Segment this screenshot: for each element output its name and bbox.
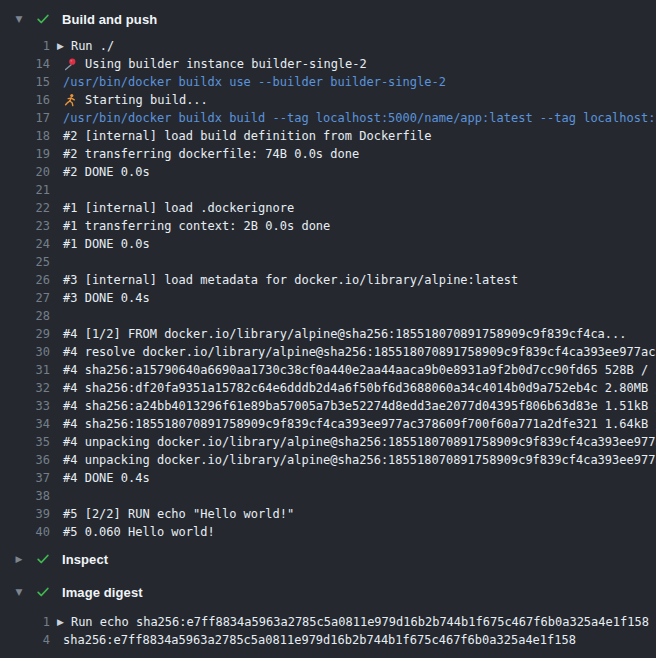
log-line: 25 [0, 253, 656, 271]
line-number[interactable]: 32 [0, 381, 50, 395]
line-number[interactable]: 31 [0, 363, 50, 377]
log-text: #4 sha256:df20fa9351a15782c64e6dddb2d4a6… [63, 381, 656, 395]
log-line: 18#2 [internal] load build definition fr… [0, 127, 656, 145]
line-number[interactable]: 33 [0, 399, 50, 413]
log-text: #4 [1/2] FROM docker.io/library/alpine@s… [63, 327, 627, 341]
line-number[interactable]: 21 [0, 183, 50, 197]
log-text-content: #4 sha256:df20fa9351a15782c64e6dddb2d4a6… [63, 381, 656, 395]
log-text: #5 0.060 Hello world! [63, 525, 215, 539]
log-group-toggle[interactable]: ▶Run ./ [63, 39, 114, 53]
line-number[interactable]: 17 [0, 111, 50, 125]
section-title: Build and push [62, 12, 157, 27]
log-section-image-digest: ▼Image digest1▶Run echo sha256:e7ff8834a… [0, 581, 656, 649]
log-text-content: #4 unpacking docker.io/library/alpine@sh… [63, 453, 656, 467]
line-number[interactable]: 28 [0, 309, 50, 323]
line-number[interactable]: 19 [0, 147, 50, 161]
log-text: #4 unpacking docker.io/library/alpine@sh… [63, 435, 656, 449]
line-number[interactable]: 24 [0, 237, 50, 251]
log-text-content: #4 sha256:a24bb4013296f61e89ba57005a7b3e… [63, 399, 656, 413]
line-number[interactable]: 29 [0, 327, 50, 341]
chevron-down-icon: ▼ [14, 588, 24, 597]
log-text: #4 DONE 0.4s [63, 471, 150, 485]
log-line: 34#4 sha256:185518070891758909c9f839cf4c… [0, 415, 656, 433]
log-text-content: Starting build... [85, 93, 208, 107]
line-number[interactable]: 22 [0, 201, 50, 215]
log-text: Starting build... [63, 93, 208, 107]
log-text: #2 [internal] load build definition from… [63, 129, 431, 143]
line-number[interactable]: 27 [0, 291, 50, 305]
log-line: 38 [0, 487, 656, 505]
line-number[interactable]: 25 [0, 255, 50, 269]
log-line: 36#4 unpacking docker.io/library/alpine@… [0, 451, 656, 469]
log-text-content: #5 0.060 Hello world! [63, 525, 215, 539]
log-line: 37#4 DONE 0.4s [0, 469, 656, 487]
log-line: 4sha256:e7ff8834a5963a2785c5a0811e979d16… [0, 631, 656, 649]
line-number[interactable]: 40 [0, 525, 50, 539]
line-number[interactable]: 1 [0, 39, 50, 53]
log-text-content: #5 [2/2] RUN echo "Hello world!" [63, 507, 294, 521]
chevron-right-icon: ▶ [57, 618, 64, 627]
log-line: 22#1 [internal] load .dockerignore [0, 199, 656, 217]
line-number[interactable]: 16 [0, 93, 50, 107]
log-line: 29#4 [1/2] FROM docker.io/library/alpine… [0, 325, 656, 343]
check-icon [36, 12, 50, 26]
line-number[interactable]: 4 [0, 633, 50, 647]
chevron-down-icon: ▼ [14, 15, 24, 24]
log-text: #4 resolve docker.io/library/alpine@sha2… [63, 345, 656, 359]
log-line: 24#1 DONE 0.0s [0, 235, 656, 253]
log-text-content: #4 unpacking docker.io/library/alpine@sh… [63, 435, 656, 449]
log-line: 23#1 transferring context: 2B 0.0s done [0, 217, 656, 235]
log-text: sha256:e7ff8834a5963a2785c5a0811e979d16b… [63, 633, 576, 647]
log-line: 15/usr/bin/docker buildx use --builder b… [0, 73, 656, 91]
log-line: 27#3 DONE 0.4s [0, 289, 656, 307]
line-number[interactable]: 35 [0, 435, 50, 449]
line-number[interactable]: 26 [0, 273, 50, 287]
log-line: 33#4 sha256:a24bb4013296f61e89ba57005a7b… [0, 397, 656, 415]
log-text: /usr/bin/docker buildx build --tag local… [63, 111, 656, 125]
log-section-inspect: ▶Inspect [0, 548, 656, 570]
line-number[interactable]: 20 [0, 165, 50, 179]
log-text-content: #1 [internal] load .dockerignore [63, 201, 294, 215]
log-text: #2 transferring dockerfile: 74B 0.0s don… [63, 147, 359, 161]
line-number[interactable]: 23 [0, 219, 50, 233]
log-text: Using builder instance builder-single-2 [63, 57, 367, 71]
log-text: #1 transferring context: 2B 0.0s done [63, 219, 330, 233]
log-line: 17/usr/bin/docker buildx build --tag loc… [0, 109, 656, 127]
log-line: 35#4 unpacking docker.io/library/alpine@… [0, 433, 656, 451]
line-number[interactable]: 15 [0, 75, 50, 89]
log-text: #4 sha256:a15790640a6690aa1730c38cf0a440… [63, 363, 656, 377]
log-text-content: Run ./ [71, 39, 114, 53]
pushpin-icon [63, 57, 77, 71]
section-title: Inspect [62, 552, 108, 567]
line-number[interactable]: 1 [0, 615, 50, 629]
line-number[interactable]: 39 [0, 507, 50, 521]
section-header-build-and-push[interactable]: ▼Build and push [0, 8, 656, 30]
line-number[interactable]: 14 [0, 57, 50, 71]
log-line: 40#5 0.060 Hello world! [0, 523, 656, 541]
log-text-content: #2 DONE 0.0s [63, 165, 150, 179]
log-line: 28 [0, 307, 656, 325]
log-line: 14Using builder instance builder-single-… [0, 55, 656, 73]
log-text: #1 [internal] load .dockerignore [63, 201, 294, 215]
line-number[interactable]: 37 [0, 471, 50, 485]
line-number[interactable]: 34 [0, 417, 50, 431]
line-number[interactable]: 38 [0, 489, 50, 503]
log-text-content: Using builder instance builder-single-2 [85, 57, 367, 71]
log-text: /usr/bin/docker buildx use --builder bui… [63, 75, 446, 89]
log-group-toggle[interactable]: ▶Run echo sha256:e7ff8834a5963a2785c5a08… [63, 615, 649, 629]
log-text-content: #4 sha256:a15790640a6690aa1730c38cf0a440… [63, 363, 656, 377]
chevron-right-icon: ▶ [57, 42, 64, 51]
log-text-content: #1 transferring context: 2B 0.0s done [63, 219, 330, 233]
log-text: #1 DONE 0.0s [63, 237, 150, 251]
log-lines: 1▶Run echo sha256:e7ff8834a5963a2785c5a0… [0, 613, 656, 649]
line-number[interactable]: 36 [0, 453, 50, 467]
log-line: 31#4 sha256:a15790640a6690aa1730c38cf0a4… [0, 361, 656, 379]
section-header-image-digest[interactable]: ▼Image digest [0, 581, 656, 603]
log-text: #3 DONE 0.4s [63, 291, 150, 305]
log-text-content: #4 [1/2] FROM docker.io/library/alpine@s… [63, 327, 627, 341]
log-text-content: #2 transferring dockerfile: 74B 0.0s don… [63, 147, 359, 161]
section-header-inspect[interactable]: ▶Inspect [0, 548, 656, 570]
line-number[interactable]: 18 [0, 129, 50, 143]
line-number[interactable]: 30 [0, 345, 50, 359]
log-text-content: #4 resolve docker.io/library/alpine@sha2… [63, 345, 656, 359]
